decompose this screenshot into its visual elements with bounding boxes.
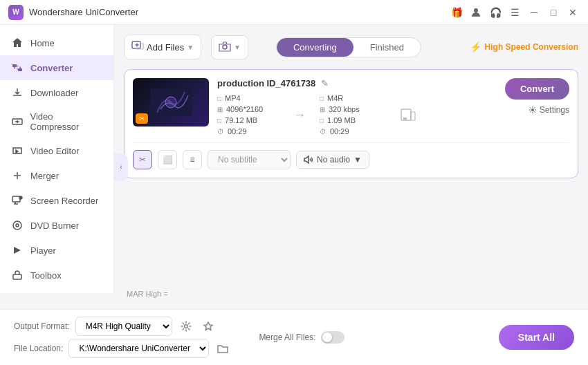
merge-toggle[interactable]: [321, 331, 344, 344]
merger-icon: [11, 169, 24, 182]
sidebar-collapse-button[interactable]: ‹: [114, 153, 128, 181]
crop-button[interactable]: ⬜: [158, 150, 177, 169]
app-title: Wondershare UniConverter: [29, 7, 450, 17]
audio-select[interactable]: No audio ▼: [296, 151, 369, 169]
file-location-field: File Location: K:\Wondershare UniConvert…: [14, 339, 231, 358]
add-files-chevron: ▼: [187, 44, 194, 51]
sidebar-label-dvd-burner: DVD Burner: [30, 221, 79, 231]
sidebar-label-player: Player: [30, 245, 56, 256]
toolbox-icon: [11, 269, 24, 281]
screen-recorder-icon: [11, 194, 24, 207]
effects-button[interactable]: ≡: [183, 150, 202, 169]
titlebar: W Wondershare UniConverter 🎁 🎧 ☰ ─ □ ✕: [0, 0, 588, 25]
file-thumbnail: ✂: [133, 78, 209, 127]
file-location-select[interactable]: K:\Wondershare UniConverter: [68, 339, 209, 358]
svg-point-5: [19, 196, 22, 199]
sidebar-item-home[interactable]: Home: [0, 30, 113, 55]
high-speed-conversion[interactable]: ⚡ High Speed Conversion: [470, 41, 578, 53]
status-text: MAR High =: [124, 288, 578, 299]
file-title-row: production ID_4761738 ✎: [217, 78, 497, 88]
menu-icon[interactable]: ☰: [508, 6, 522, 19]
app-logo: W: [8, 5, 24, 20]
output-format-settings-icon[interactable]: [178, 318, 194, 335]
headset-icon[interactable]: 🎧: [488, 6, 502, 19]
bottom-bar: Output Format: M4R High Quality File Loc…: [0, 309, 588, 365]
file-name: production ID_4761738: [217, 78, 315, 88]
sidebar-label-toolbox: Toolbox: [30, 270, 62, 281]
output-bitrate: ⊞ 320 kbps: [320, 105, 382, 113]
resolution-icon: ⊞: [217, 106, 223, 113]
home-icon: [11, 37, 24, 49]
camera-chevron: ▼: [234, 44, 241, 51]
out-format-icon: □: [320, 95, 324, 102]
add-files-button[interactable]: Add Files ▼: [124, 35, 201, 59]
settings-button[interactable]: Settings: [529, 105, 569, 115]
video-compressor-icon: [11, 115, 24, 128]
sidebar-item-dvd-burner[interactable]: DVD Burner: [0, 213, 113, 238]
file-edit-icon[interactable]: ✎: [321, 78, 329, 88]
dvd-burner-icon: [11, 219, 24, 232]
add-files-icon: [131, 39, 144, 55]
duration-icon: ⏱: [217, 128, 224, 135]
svg-rect-15: [411, 112, 415, 120]
sidebar-item-converter[interactable]: Converter: [0, 55, 113, 80]
sidebar-item-toolbox[interactable]: Toolbox: [0, 263, 113, 288]
sidebar-item-screen-recorder[interactable]: Screen Recorder: [0, 188, 113, 213]
window-controls: 🎁 🎧 ☰ ─ □ ✕: [450, 6, 580, 19]
svg-point-6: [13, 221, 21, 230]
sidebar-item-video-compressor[interactable]: Video Compressor: [0, 105, 113, 138]
file-info: production ID_4761738 ✎ □ MP4 ⊞: [217, 78, 497, 135]
source-resolution: ⊞ 4096*2160: [217, 105, 279, 113]
sidebar-label-home: Home: [30, 38, 55, 48]
maximize-button[interactable]: □: [546, 6, 560, 19]
sidebar-item-video-editor[interactable]: Video Editor: [0, 138, 113, 163]
user-icon[interactable]: [469, 6, 483, 19]
output-format-select[interactable]: M4R High Quality: [75, 317, 172, 336]
svg-point-7: [16, 224, 19, 227]
sidebar-label-video-editor: Video Editor: [30, 146, 80, 156]
file-card-inner: ✂ production ID_4761738 ✎ □ MP4: [133, 78, 569, 135]
out-size-icon: □: [320, 117, 324, 124]
add-media-button[interactable]: ▼: [211, 35, 248, 59]
svg-point-0: [474, 8, 478, 12]
gift-icon[interactable]: 🎁: [450, 6, 463, 19]
output-format-favorite-icon[interactable]: [200, 318, 217, 335]
file-card: ✂ production ID_4761738 ✎ □ MP4: [124, 69, 578, 178]
close-button[interactable]: ✕: [566, 6, 580, 19]
start-all-button[interactable]: Start All: [499, 325, 574, 350]
output-size: □ 1.09 MB: [320, 116, 382, 124]
tab-converting[interactable]: Converting: [277, 38, 353, 57]
minimize-button[interactable]: ─: [527, 6, 541, 19]
sidebar-label-merger: Merger: [30, 171, 59, 181]
speed-label: High Speed Conversion: [485, 42, 578, 52]
file-controls: ✂ ⬜ ≡ No subtitle No audio ▼: [133, 142, 569, 169]
output-format: □ M4R: [320, 94, 382, 102]
sidebar-item-player[interactable]: Player: [0, 238, 113, 263]
sidebar-label-video-compressor: Video Compressor: [30, 111, 102, 132]
sidebar-item-merger[interactable]: Merger: [0, 163, 113, 188]
source-meta: □ MP4 ⊞ 4096*2160 □ 79.12 MB: [217, 94, 279, 135]
sidebar: Home Converter Downloader Video Compress…: [0, 25, 114, 293]
main-layout: Home Converter Downloader Video Compress…: [0, 25, 588, 309]
sidebar-label-downloader: Downloader: [30, 88, 78, 98]
device-icon-area: [393, 94, 423, 135]
svg-rect-14: [403, 118, 407, 120]
svg-point-17: [184, 325, 187, 328]
svg-point-10: [223, 45, 227, 49]
size-icon: □: [217, 117, 221, 124]
output-duration: ⏱ 00:29: [320, 127, 382, 135]
scissors-button[interactable]: ✂: [133, 150, 152, 169]
source-format: □ MP4: [217, 94, 279, 102]
empty-area: [124, 187, 578, 288]
file-location-folder-icon[interactable]: [214, 340, 231, 357]
source-size: □ 79.12 MB: [217, 116, 279, 124]
subtitle-select[interactable]: No subtitle: [208, 150, 291, 169]
source-duration: ⏱ 00:29: [217, 127, 279, 135]
convert-button[interactable]: Convert: [505, 78, 569, 100]
output-format-label: Output Format:: [14, 321, 70, 331]
tab-finished[interactable]: Finished: [353, 38, 421, 57]
file-location-label: File Location:: [14, 344, 63, 353]
sidebar-item-downloader[interactable]: Downloader: [0, 80, 113, 105]
format-icon: □: [217, 95, 221, 102]
tab-group: Converting Finished: [276, 37, 421, 57]
